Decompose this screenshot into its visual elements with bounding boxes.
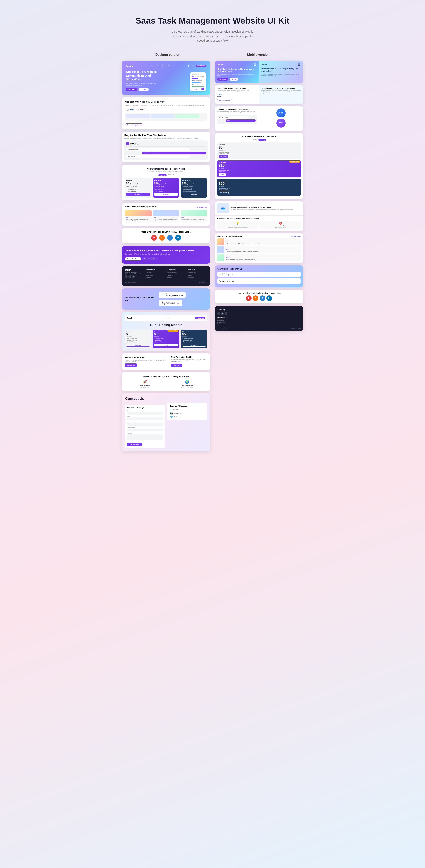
mobile-article-img-3 — [217, 254, 224, 261]
social-instagram[interactable]: i — [132, 275, 135, 278]
pricing-nav-home[interactable]: Home — [158, 317, 161, 318]
footer-product-3[interactable]: Contact us — [167, 275, 186, 276]
social-instagram-item[interactable]: 📷 Instagram — [170, 412, 204, 414]
footer-product-title: Our product — [167, 269, 186, 271]
pricing-nav-brand: Taskily — [127, 317, 133, 319]
footer-about-3[interactable]: Partner — [188, 275, 207, 276]
mobile-plan-advance-btn[interactable]: Get started — [219, 191, 229, 194]
desktop-nav-bar: Taskily Home About Pricing Blog Login Ge… — [126, 65, 206, 67]
mobile-plan-boom-btn[interactable]: Join up — [219, 173, 226, 176]
footer-link-4[interactable]: Features — [146, 277, 165, 278]
footer-about-1[interactable]: What is Taskily — [188, 272, 207, 273]
form-input-company[interactable] — [127, 423, 163, 426]
social-facebook-item[interactable]: f Facebook — [170, 408, 204, 411]
hero-get-started-btn[interactable]: Get started — [126, 88, 137, 91]
need-custom-btn[interactable]: Get started — [125, 364, 137, 367]
task-dot-3 — [192, 84, 193, 85]
preview-footer: 1 in progress +3 — [192, 88, 204, 90]
pricing-nav-about[interactable]: About — [162, 317, 165, 318]
mobile-article-list: Help What's growth hacking? 11 great hac… — [217, 238, 301, 261]
mobile-monthly-lbl[interactable]: Monthly — [252, 139, 257, 141]
form-field-email: Email — [127, 416, 163, 420]
mobile-menu-icon-1[interactable]: ☰ — [254, 63, 257, 66]
mobile-social-facebook[interactable]: f — [221, 312, 224, 315]
phone-value: +01 234 567 89 — [166, 303, 179, 305]
mobile-footer-link-1[interactable]: Pricing plan — [217, 320, 301, 321]
see-more-btn[interactable]: See more articles — [196, 206, 207, 208]
mobile-social-twitter[interactable]: t — [217, 312, 220, 315]
form-label-company: Company name — [127, 422, 163, 423]
mobile-menu-icon-2[interactable]: ☰ — [298, 63, 301, 66]
contact-email-btn[interactable]: ✉️ Email us taskily@email.com — [159, 291, 186, 298]
form-input-phone[interactable] — [127, 429, 163, 432]
mobile-phone-info: Phone number +01 234 567 89 — [222, 279, 234, 282]
chat-user-name: Dawit S. — [130, 142, 139, 144]
form-textarea-message[interactable] — [127, 434, 163, 440]
plan-boom-btn[interactable]: Get started — [154, 193, 178, 195]
mobile-footer-link-2[interactable]: Product update — [217, 321, 301, 323]
browse-integrations-btn[interactable]: Browse Integrations — [125, 123, 142, 126]
footer-product-2[interactable]: Goal management — [167, 273, 186, 275]
mobile-annually-lbl[interactable]: Annually — [258, 139, 266, 141]
footer-link-3[interactable]: Taskly update — [146, 275, 165, 276]
footer-about-4[interactable]: Contact us — [188, 277, 207, 278]
need-custom-content: Need A Custom Build? We have something f… — [125, 356, 166, 367]
mobile-recommended: Recommended — [289, 159, 300, 163]
mobile-footer-link-3[interactable]: Features — [217, 323, 301, 324]
preview-badge: +3 — [201, 88, 204, 90]
mobile-see-more-btn[interactable]: See more articles — [291, 236, 301, 237]
social-facebook[interactable]: f — [128, 275, 131, 278]
social-twitter-item[interactable]: 🐦 Twitter — [170, 415, 204, 418]
pricing-nav-btn[interactable]: Get started — [195, 317, 205, 319]
hero-headline: One Place To Organise, Communicate And S… — [126, 70, 158, 81]
get-started-button[interactable]: Get started — [196, 65, 206, 67]
mobile-try-btn-1[interactable]: Try free — [230, 78, 238, 81]
brand-logo-s: S — [159, 235, 165, 241]
join-learn-btn[interactable]: Learn Simulation — [142, 257, 158, 260]
send-message-title: Send Us A Message — [127, 406, 163, 408]
contact-phone-btn[interactable]: 📞 Phone number +01 234 567 89 — [159, 300, 182, 306]
login-button[interactable]: Login — [188, 65, 195, 67]
pp-boom-btn[interactable]: Join up — [154, 344, 178, 346]
mobile-plan-advance: Advance plan $50 per month • Everything … — [217, 179, 301, 196]
pp-free-btn[interactable]: Get started — [126, 344, 150, 346]
mobile-plan-free-btn[interactable]: Get started — [219, 155, 228, 158]
nav-pricing[interactable]: Pricing — [162, 65, 166, 67]
footer-product-1[interactable]: Task management — [167, 272, 186, 273]
nav-blog[interactable]: Blog — [168, 65, 170, 67]
desktop-hero-section: Taskily Home About Pricing Blog Login Ge… — [122, 61, 210, 95]
pricing-monthly-toggle[interactable]: Monthly — [158, 174, 167, 176]
pricing-nav-row: Taskily Home About Pricing Get started — [127, 317, 205, 319]
mobile-email-btn[interactable]: ✉️ Email us taskily@email.com — [217, 272, 301, 277]
plan-advance-btn[interactable]: Get started — [182, 193, 206, 196]
pricing-nav-pricing[interactable]: Pricing — [166, 317, 170, 318]
footer-brand-name: Taskily — [125, 269, 144, 271]
first-time-btn[interactable]: Start now — [171, 364, 182, 367]
plan-free-btn[interactable]: Get started — [126, 193, 150, 195]
footer-link-1[interactable]: Pricing plan — [146, 272, 165, 273]
nav-home[interactable]: Home — [151, 65, 155, 67]
join-description: Get started with Taskily for free and st… — [125, 253, 207, 255]
footer-about-2[interactable]: Career — [188, 273, 207, 275]
blog-title-1: What's growth hacking? 11 great hacks to… — [126, 218, 151, 222]
mobile-social-instagram[interactable]: i — [225, 312, 227, 315]
form-input-name[interactable] — [127, 412, 163, 414]
mobile-browse-btn[interactable]: Browse integrations — [217, 99, 232, 102]
mobile-stat-2: +60M Events/mo — [261, 119, 301, 128]
mobile-phone-value: +01 234 567 89 — [222, 281, 234, 282]
footer-product-4[interactable]: About us — [167, 277, 186, 278]
join-phone-btn[interactable]: Phone Simulation — [125, 257, 141, 260]
blog-img-3 — [181, 210, 207, 216]
mobile-start-btn-1[interactable]: Get started — [217, 78, 228, 81]
pricing-annually-toggle[interactable]: Annually — [168, 174, 174, 176]
chat-card: Easy And Familiar Real-Time-Chat Feature… — [122, 132, 210, 162]
contact-submit-btn[interactable]: Send message — [127, 443, 142, 446]
footer-link-2[interactable]: Product update — [146, 273, 165, 275]
hero-try-btn[interactable]: Try free — [139, 88, 148, 91]
nav-about[interactable]: About — [157, 65, 160, 67]
mobile-phone-btn[interactable]: 📞 Phone number +01 234 567 89 — [217, 278, 301, 284]
pp-advance-btn[interactable]: Get started — [182, 344, 206, 346]
mobile-footer-card: Taskily t f i Useful links Pricing plan … — [215, 306, 303, 331]
social-twitter[interactable]: t — [125, 275, 128, 278]
form-input-email[interactable] — [127, 417, 163, 420]
